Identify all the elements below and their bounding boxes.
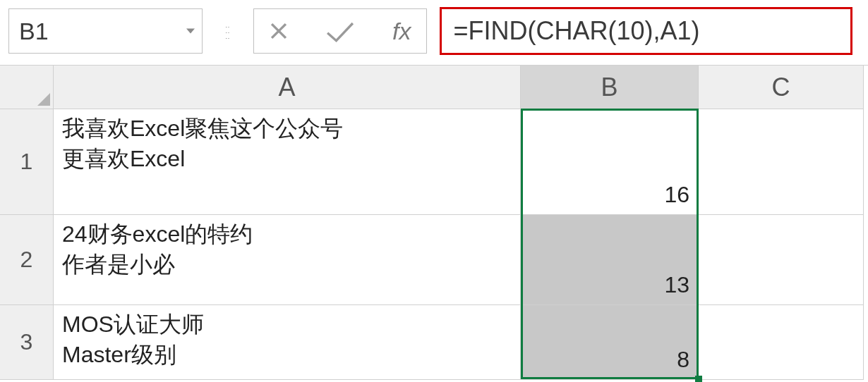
name-box-value: B1 [19, 18, 49, 45]
cell-a1[interactable]: 我喜欢Excel聚焦这个公众号 更喜欢Excel [54, 109, 521, 215]
insert-function-button[interactable]: fx [390, 18, 414, 45]
col-header-c[interactable]: C [699, 66, 864, 109]
row-header-2[interactable]: 2 [0, 215, 54, 305]
select-all-corner[interactable] [0, 66, 54, 109]
formula-input[interactable]: =FIND(CHAR(10),A1) [440, 7, 852, 55]
row-header-1[interactable]: 1 [0, 109, 54, 215]
cell-b1[interactable]: 16 [521, 109, 699, 215]
formula-toolbar: fx [253, 8, 427, 54]
cell-a2[interactable]: 24财务excel的特约 作者是小必 [54, 215, 521, 305]
cancel-icon[interactable] [267, 19, 291, 43]
cell-c2[interactable] [699, 215, 864, 305]
col-header-a[interactable]: A [54, 66, 521, 109]
col-header-b[interactable]: B [521, 66, 699, 109]
cell-c3[interactable] [699, 305, 864, 380]
formula-bar: B1 ‥‥‥ fx =FIND(CHAR(10),A1) [0, 0, 868, 65]
enter-icon[interactable] [325, 19, 356, 43]
cell-b2[interactable]: 13 [521, 215, 699, 305]
row-header-3[interactable]: 3 [0, 305, 54, 380]
name-box[interactable]: B1 [8, 8, 203, 54]
chevron-down-icon[interactable] [186, 29, 195, 34]
formula-text: =FIND(CHAR(10),A1) [453, 16, 699, 46]
expand-formula-bar-handle[interactable]: ‥‥‥ [215, 8, 241, 54]
cell-b3[interactable]: 8 [521, 305, 699, 380]
cell-a3[interactable]: MOS认证大师 Master级别 [54, 305, 521, 380]
cell-c1[interactable] [699, 109, 864, 215]
spreadsheet: A B C 1 我喜欢Excel聚焦这个公众号 更喜欢Excel 16 2 24… [0, 65, 868, 380]
